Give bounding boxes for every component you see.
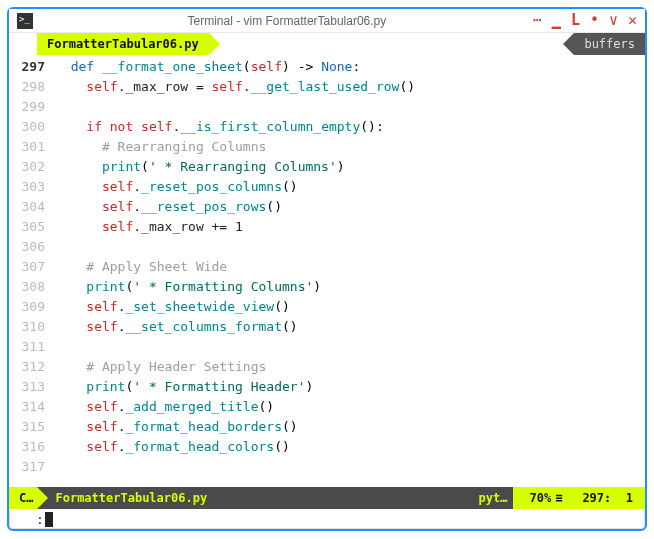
code-content: print(' * Formatting Header')	[55, 377, 645, 397]
status-file-text: FormatterTabular06.py	[55, 491, 207, 505]
line-number: 299	[9, 97, 55, 117]
window-control-dots-icon[interactable]: ⋯	[533, 13, 542, 28]
code-line[interactable]: 302 print(' * Rearranging Columns')	[9, 157, 645, 177]
code-line[interactable]: 300 if not self.__is_first_column_empty(…	[9, 117, 645, 137]
line-number: 313	[9, 377, 55, 397]
line-number: 300	[9, 117, 55, 137]
restore-icon[interactable]: ∨	[609, 13, 618, 28]
code-content	[55, 337, 645, 357]
line-number: 301	[9, 137, 55, 157]
line-number: 314	[9, 397, 55, 417]
code-content: self._max_row += 1	[55, 217, 645, 237]
tab-bar: FormatterTabular06.py buffers	[9, 33, 645, 55]
code-content: self._set_sheetwide_view()	[55, 297, 645, 317]
code-line[interactable]: 305 self._max_row += 1	[9, 217, 645, 237]
status-mode: C…	[9, 487, 37, 509]
code-line[interactable]: 312 # Apply Header Settings	[9, 357, 645, 377]
code-content: self._format_head_borders()	[55, 417, 645, 437]
status-file: FormatterTabular06.py	[37, 487, 464, 509]
code-line[interactable]: 303 self._reset_pos_columns()	[9, 177, 645, 197]
close-icon[interactable]: ✕	[628, 13, 637, 28]
line-number: 317	[9, 457, 55, 477]
line-number: 303	[9, 177, 55, 197]
line-number: 307	[9, 257, 55, 277]
code-content: self.__reset_pos_rows()	[55, 197, 645, 217]
status-position: 297: 1	[574, 487, 645, 509]
code-content: # Apply Sheet Wide	[55, 257, 645, 277]
line-number: 309	[9, 297, 55, 317]
code-line[interactable]: 316 self._format_head_colors()	[9, 437, 645, 457]
tab-label: FormatterTabular06.py	[47, 37, 199, 51]
status-sep: :	[604, 491, 611, 505]
code-content	[55, 237, 645, 257]
code-line[interactable]: 313 print(' * Formatting Header')	[9, 377, 645, 397]
line-number: 310	[9, 317, 55, 337]
status-bar: C… FormatterTabular06.py pyt… 70% ≡ 297:…	[9, 487, 645, 509]
line-number: 311	[9, 337, 55, 357]
progress-icon: ≡	[555, 491, 562, 505]
line-number: 297	[9, 57, 55, 77]
status-line: 297	[582, 491, 604, 505]
status-percent: 70% ≡	[513, 487, 574, 509]
code-line[interactable]: 307 # Apply Sheet Wide	[9, 257, 645, 277]
code-line[interactable]: 304 self.__reset_pos_rows()	[9, 197, 645, 217]
minimize-icon[interactable]: ▁	[552, 13, 561, 28]
code-line[interactable]: 310 self.__set_columns_format()	[9, 317, 645, 337]
code-content: self.__set_columns_format()	[55, 317, 645, 337]
tab-spacer	[209, 33, 575, 55]
code-line[interactable]: 297 def __format_one_sheet(self) -> None…	[9, 57, 645, 77]
code-content	[55, 457, 645, 477]
code-line[interactable]: 315 self._format_head_borders()	[9, 417, 645, 437]
code-content: print(' * Formatting Columns')	[55, 277, 645, 297]
dot-icon[interactable]: •	[590, 13, 599, 28]
status-mode-text: C…	[19, 491, 33, 505]
tab-active[interactable]: FormatterTabular06.py	[37, 33, 209, 55]
cursor	[45, 512, 53, 527]
code-line[interactable]: 299	[9, 97, 645, 117]
code-content: if not self.__is_first_column_empty():	[55, 117, 645, 137]
line-number: 302	[9, 157, 55, 177]
code-line[interactable]: 306	[9, 237, 645, 257]
code-content	[55, 97, 645, 117]
maximize-icon[interactable]: L	[571, 13, 580, 28]
status-filetype-text: pyt…	[479, 491, 508, 505]
code-line[interactable]: 309 self._set_sheetwide_view()	[9, 297, 645, 317]
code-line[interactable]: 298 self._max_row = self.__get_last_used…	[9, 77, 645, 97]
line-number: 316	[9, 437, 55, 457]
command-line[interactable]: :	[9, 509, 645, 529]
code-line[interactable]: 301 # Rearranging Columns	[9, 137, 645, 157]
buffers-tag[interactable]: buffers	[574, 33, 645, 55]
status-percent-text: 70%	[529, 491, 551, 505]
line-number: 306	[9, 237, 55, 257]
terminal-window: Terminal - vim FormatterTabular06.py ⋯ ▁…	[7, 7, 647, 531]
code-line[interactable]: 317	[9, 457, 645, 477]
line-number: 308	[9, 277, 55, 297]
code-line[interactable]: 314 self._add_merged_title()	[9, 397, 645, 417]
line-number: 305	[9, 217, 55, 237]
code-content: self._reset_pos_columns()	[55, 177, 645, 197]
code-editor[interactable]: 297 def __format_one_sheet(self) -> None…	[9, 55, 645, 487]
window-controls: ⋯ ▁ L • ∨ ✕	[533, 13, 637, 28]
code-line[interactable]: 311	[9, 337, 645, 357]
code-content: self._format_head_colors()	[55, 437, 645, 457]
code-content: print(' * Rearranging Columns')	[55, 157, 645, 177]
code-content: self._add_merged_title()	[55, 397, 645, 417]
line-number: 315	[9, 417, 55, 437]
line-number: 298	[9, 77, 55, 97]
code-content: self._max_row = self.__get_last_used_row…	[55, 77, 645, 97]
buffers-label: buffers	[584, 37, 635, 51]
code-content: # Apply Header Settings	[55, 357, 645, 377]
line-number: 312	[9, 357, 55, 377]
status-col: 1	[626, 491, 633, 505]
line-number: 304	[9, 197, 55, 217]
cmdline-prefix: :	[36, 512, 44, 527]
code-content: def __format_one_sheet(self) -> None:	[55, 57, 645, 77]
window-title: Terminal - vim FormatterTabular06.py	[41, 14, 533, 28]
terminal-icon	[17, 13, 33, 29]
code-line[interactable]: 308 print(' * Formatting Columns')	[9, 277, 645, 297]
code-content: # Rearranging Columns	[55, 137, 645, 157]
titlebar: Terminal - vim FormatterTabular06.py ⋯ ▁…	[9, 9, 645, 33]
